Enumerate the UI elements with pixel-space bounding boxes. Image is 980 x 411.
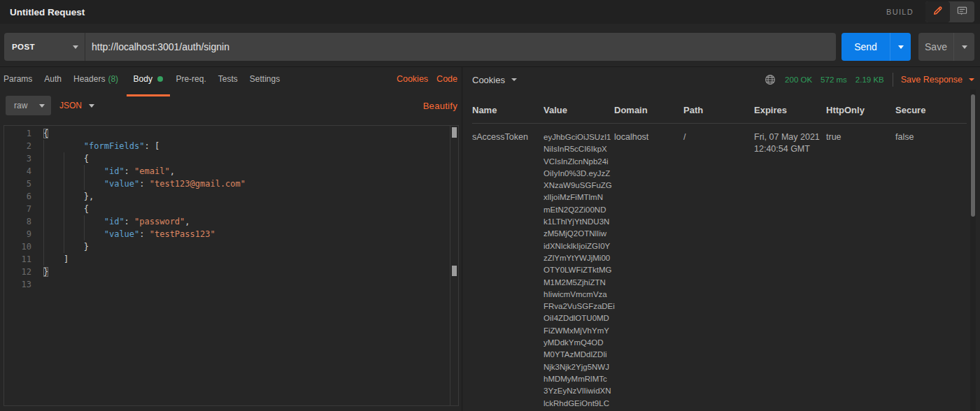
code-line: },	[43, 190, 246, 203]
tab-tests[interactable]: Tests	[212, 67, 243, 90]
send-button-label[interactable]: Send	[841, 33, 890, 61]
response-cookies-dropdown[interactable]: Cookies	[472, 75, 517, 85]
column-header-path: Path	[683, 105, 754, 123]
comment-icon	[957, 6, 967, 19]
save-options-button[interactable]	[953, 33, 974, 61]
editor-line-numbers: 12345678910111213	[4, 127, 31, 291]
line-number: 9	[4, 228, 31, 240]
cookie-value: eyJhbGciOiJSUzI1NiIsInR5cCI6IkpXVCIsInZl…	[544, 131, 614, 411]
code-line: {	[43, 152, 246, 165]
chevron-down-icon	[89, 104, 94, 108]
json-punctuation: :	[139, 179, 149, 189]
cookies-link[interactable]: Cookies	[397, 74, 428, 84]
response-time: 572 ms	[821, 75, 847, 84]
json-punctuation: :	[125, 166, 134, 176]
indent-guide	[64, 152, 64, 253]
json-string: "password"	[134, 217, 185, 226]
cookie-expires: Fri, 07 May 202112:40:54 GMT	[754, 131, 826, 411]
code-line: "id": "password",	[43, 215, 246, 228]
json-punctuation: }	[43, 267, 48, 277]
json-string: "email"	[134, 166, 170, 176]
url-builder-row: POST Send Save	[0, 24, 980, 66]
request-pane: ParamsAuthHeaders(8)BodyPre-req.TestsSet…	[0, 67, 462, 411]
cookie-table-header-divider	[472, 123, 967, 124]
column-header-expires: Expires	[754, 105, 826, 123]
globe-icon[interactable]	[765, 74, 776, 85]
line-number: 2	[4, 140, 31, 152]
tab-label: Params	[3, 74, 32, 84]
tab-auth[interactable]: Auth	[38, 67, 68, 90]
code-line: {	[43, 203, 246, 215]
cookie-path: /	[683, 131, 754, 411]
cookie-secure: false	[895, 131, 970, 411]
column-header-httponly: HttpOnly	[826, 105, 895, 123]
code-line: }	[43, 240, 246, 253]
pencil-icon	[932, 6, 943, 19]
json-key: "value"	[104, 179, 140, 189]
line-number: 5	[4, 178, 31, 190]
top-bar-right: BUILD	[886, 1, 980, 22]
request-title: Untitled Request	[10, 7, 85, 17]
column-header-domain: Domain	[614, 105, 683, 123]
line-number: 13	[4, 278, 31, 291]
tab-body[interactable]: Body	[127, 67, 170, 90]
json-key: "value"	[104, 229, 140, 239]
request-tab-links: Cookies Code	[397, 74, 462, 84]
tab-settings[interactable]: Settings	[243, 67, 285, 90]
body-mode-label: raw	[14, 101, 27, 110]
save-button-label[interactable]: Save	[918, 33, 953, 61]
url-input[interactable]	[85, 33, 836, 61]
tab-label: Auth	[44, 74, 62, 84]
chevron-down-icon	[898, 45, 904, 49]
cookie-name: sAccessToken	[472, 131, 544, 411]
json-punctuation: ]	[43, 254, 69, 264]
editor-code[interactable]: { "formFields": [ { "id": "email", "valu…	[43, 127, 246, 291]
comment-mode-button[interactable]	[950, 1, 974, 22]
cookie-table: NameValueDomainPathExpiresHttpOnlySecure…	[472, 105, 970, 411]
method-select[interactable]: POST	[4, 33, 85, 61]
tab-prereq[interactable]: Pre-req.	[170, 67, 212, 90]
send-options-button[interactable]	[890, 33, 911, 61]
code-line: ]	[43, 253, 246, 266]
cookie-table-body: sAccessTokeneyJhbGciOiJSUzI1NiIsInR5cCI6…	[472, 131, 970, 411]
response-size: 2.19 KB	[855, 75, 884, 84]
json-punctuation: :	[125, 217, 134, 226]
code-link[interactable]: Code	[436, 74, 457, 84]
chevron-down-icon	[511, 78, 517, 81]
json-punctuation	[43, 166, 104, 176]
send-button[interactable]: Send	[841, 33, 911, 61]
json-punctuation: ,	[170, 166, 175, 176]
tab-headers[interactable]: Headers(8)	[68, 67, 125, 90]
status-code: 200 OK	[785, 75, 812, 84]
tab-label: Settings	[250, 74, 280, 84]
tab-params[interactable]: Params	[0, 67, 38, 90]
line-number: 12	[4, 266, 31, 278]
cookie-domain: localhost	[614, 131, 683, 411]
json-punctuation: {	[43, 129, 48, 138]
body-mode-select[interactable]: raw	[6, 96, 51, 115]
body-toolbar: raw JSON Beautify	[0, 96, 462, 115]
line-number: 4	[4, 165, 31, 178]
column-header-value: Value	[544, 105, 614, 123]
json-string: "testPass123"	[150, 229, 215, 239]
json-punctuation	[43, 141, 84, 151]
json-punctuation: },	[43, 192, 94, 201]
response-scrollbar-thumb[interactable]	[971, 94, 975, 217]
json-punctuation: ,	[185, 217, 190, 226]
json-punctuation: }	[43, 242, 89, 252]
chevron-down-icon	[962, 45, 967, 49]
save-button[interactable]: Save	[918, 33, 974, 61]
request-body-editor[interactable]: 12345678910111213 { "formFields": [ { "i…	[3, 125, 459, 406]
line-number: 6	[4, 190, 31, 203]
save-response-button[interactable]: Save Response	[901, 75, 974, 85]
code-line: }	[43, 266, 246, 278]
json-punctuation	[43, 229, 104, 239]
beautify-link[interactable]: Beautify	[423, 101, 457, 111]
tab-label: Body	[134, 74, 152, 84]
json-key: "formFields"	[84, 141, 145, 151]
body-format-select[interactable]: JSON	[59, 101, 94, 110]
body-format-label: JSON	[59, 101, 82, 110]
code-line: "id": "email",	[43, 165, 246, 178]
line-number: 7	[4, 203, 31, 215]
edit-mode-button[interactable]	[925, 1, 950, 22]
